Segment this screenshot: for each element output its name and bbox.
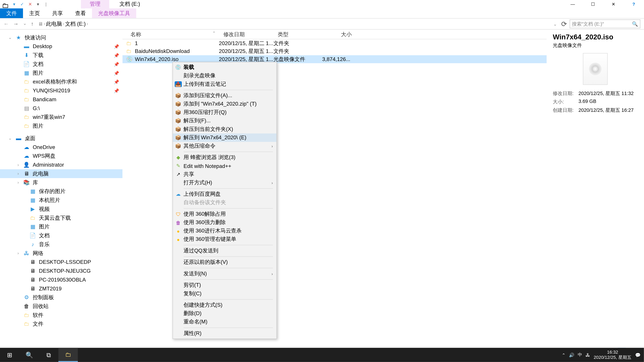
context-menu-item[interactable]: 📦解压到(F)... bbox=[173, 117, 276, 125]
up-button[interactable]: ↑ bbox=[31, 21, 34, 27]
tree-item[interactable]: 🗀文件 bbox=[0, 320, 122, 329]
context-menu-item[interactable]: 📦添加到压缩文件(A)... bbox=[173, 91, 276, 100]
notifications-icon[interactable]: 💬 bbox=[635, 353, 640, 357]
refresh-button[interactable]: ⟳ bbox=[561, 19, 567, 28]
breadcrumb[interactable]: 🖥› 此电脑› 文档 (E:)› ⌄ bbox=[36, 20, 558, 28]
context-menu-item[interactable]: 🗑使用 360强力删除 bbox=[173, 218, 276, 227]
qa-check-icon[interactable]: ✓ bbox=[20, 2, 25, 7]
tree-item[interactable]: 🗀YUNQISHI2019📌 bbox=[0, 86, 122, 95]
context-menu-item[interactable]: 🛡使用 360解除占用 bbox=[173, 210, 276, 218]
tree-item[interactable]: ♪音乐 bbox=[0, 240, 122, 249]
qa-x-icon[interactable]: ✕ bbox=[27, 2, 33, 7]
context-menu-item[interactable]: 📦解压到当前文件夹(X) bbox=[173, 125, 276, 133]
header-size[interactable]: 大小 bbox=[320, 30, 356, 39]
tree-item[interactable]: ▤G:\ bbox=[0, 104, 122, 113]
taskbar-button[interactable]: ⧉ bbox=[39, 348, 58, 362]
context-menu-item[interactable]: 通过QQ发送到 bbox=[173, 247, 276, 255]
context-menu-item[interactable]: 📦用360压缩打开(Q) bbox=[173, 108, 276, 117]
tree-item[interactable]: 📄文档 bbox=[0, 231, 122, 240]
header-type[interactable]: 类型 bbox=[274, 30, 320, 39]
tree-item[interactable]: 🖥DESKTOP-NJEU3CG bbox=[0, 267, 122, 275]
help-button[interactable]: ? bbox=[624, 0, 644, 8]
minimize-button[interactable]: — bbox=[562, 0, 583, 8]
tree-item[interactable]: ›👤Administrator bbox=[0, 160, 122, 169]
context-menu-item[interactable]: 打开方式(H)› bbox=[173, 178, 276, 187]
tree-item[interactable]: ⬇下载📌 bbox=[0, 51, 122, 60]
tree-item[interactable]: 🗀Bandicam bbox=[0, 95, 122, 104]
tree-item[interactable]: ›🖥此电脑 bbox=[0, 169, 122, 178]
tree-item[interactable]: 🗀图片 bbox=[0, 121, 122, 130]
qa-more-icon[interactable]: ▾ bbox=[36, 2, 41, 7]
context-menu-item[interactable]: 复制(C) bbox=[173, 290, 276, 298]
context-menu-item[interactable]: 发送到(N)› bbox=[173, 270, 276, 278]
header-modified[interactable]: 修改日期 bbox=[220, 30, 274, 39]
menu-item-icon: ✎ bbox=[175, 163, 182, 169]
maximize-button[interactable]: ☐ bbox=[583, 0, 603, 8]
taskbar-button[interactable]: 🔍 bbox=[20, 348, 39, 362]
context-menu-item[interactable]: ●使用 360进行木马云查杀 bbox=[173, 227, 276, 235]
taskbar-button[interactable]: ⊞ bbox=[0, 348, 20, 362]
context-menu-item[interactable]: 属性(R) bbox=[173, 329, 276, 338]
context-menu-item[interactable]: ☁上传到百度网盘 bbox=[173, 190, 276, 198]
context-menu-item[interactable]: 还原以前的版本(V) bbox=[173, 258, 276, 267]
tree-label: 图片 bbox=[39, 223, 50, 230]
tree-item[interactable]: ⌄★快速访问 bbox=[0, 33, 122, 42]
tree-item[interactable]: 🗑回收站 bbox=[0, 302, 122, 311]
ribbon-tab-1[interactable]: 主页 bbox=[23, 8, 46, 18]
context-menu-item[interactable]: 重命名(M) bbox=[173, 318, 276, 326]
context-menu-item[interactable]: ↗共享 bbox=[173, 170, 276, 178]
context-menu-item[interactable]: 📦解压到 Win7x64_2020\ (E) bbox=[173, 133, 276, 142]
tree-item[interactable]: ☁OneDrive bbox=[0, 143, 122, 152]
forward-button[interactable]: → bbox=[13, 21, 18, 27]
tree-item[interactable]: 🗀win7重装win7 bbox=[0, 113, 122, 121]
context-menu-item[interactable]: 📤上传到有道云笔记 bbox=[173, 80, 276, 88]
context-menu-item[interactable]: ●使用 360管理右键菜单 bbox=[173, 235, 276, 244]
file-row[interactable]: 🗀12020/12/15, 星期二 1...文件夹 bbox=[122, 39, 546, 47]
search-input[interactable]: 搜索"文档 (E:)" 🔍 bbox=[570, 19, 640, 28]
tree-item[interactable]: 🖥PC-20190530OBLA bbox=[0, 275, 122, 284]
tree-item[interactable]: 🖥DESKTOP-LSSOEDP bbox=[0, 258, 122, 267]
context-menu-item[interactable]: 删除(D) bbox=[173, 309, 276, 318]
volume-icon[interactable]: 🔊 bbox=[569, 353, 574, 357]
file-row[interactable]: 🗀BaiduNetdiskDownload2020/12/25, 星期五 1..… bbox=[122, 47, 546, 55]
taskbar-button[interactable]: 🗀 bbox=[58, 348, 78, 362]
tray-chevron-icon[interactable]: ⌃ bbox=[562, 353, 565, 357]
context-menu-item[interactable]: 创建快捷方式(S) bbox=[173, 301, 276, 309]
tree-item[interactable]: ⚙控制面板 bbox=[0, 293, 122, 302]
tree-item[interactable]: ›🖧网络 bbox=[0, 249, 122, 258]
context-menu-item[interactable]: 📦添加到 "Win7x64_2020.zip" (T) bbox=[173, 100, 276, 108]
header-name[interactable]: 名称 ⌃ bbox=[122, 30, 220, 39]
tree-item[interactable]: 📄文档📌 bbox=[0, 60, 122, 68]
tree-item[interactable]: ›📚库 bbox=[0, 178, 122, 187]
close-button[interactable]: ✕ bbox=[603, 0, 624, 8]
tree-item[interactable]: ⌄▬桌面 bbox=[0, 134, 122, 143]
ribbon-tab-2[interactable]: 共享 bbox=[46, 8, 69, 18]
ribbon-tab-0[interactable]: 文件 bbox=[0, 8, 23, 18]
tree-item[interactable]: 🗀excel表格制作求和📌 bbox=[0, 77, 122, 86]
context-menu-item[interactable]: 📦其他压缩命令› bbox=[173, 142, 276, 150]
context-menu-item[interactable]: 刻录光盘映像 bbox=[173, 71, 276, 80]
tree-item[interactable]: ▬Desktop📌 bbox=[0, 42, 122, 51]
context-menu-item[interactable]: 💿装载 bbox=[173, 63, 276, 71]
tree-item[interactable]: 🗀天翼云盘下载 bbox=[0, 214, 122, 222]
tree-item[interactable]: 🗀软件 bbox=[0, 311, 122, 320]
ime-icon[interactable]: 中 bbox=[578, 352, 582, 358]
tree-item[interactable]: 🖥ZMT2019 bbox=[0, 284, 122, 293]
column-headers[interactable]: 名称 ⌃ 修改日期 类型 大小 bbox=[122, 30, 546, 39]
search-icon: 🔍 bbox=[632, 21, 638, 27]
qa-dropdown-icon[interactable]: ▾ bbox=[12, 2, 17, 7]
tree-item[interactable]: ▦图片📌 bbox=[0, 68, 122, 77]
ribbon-tab-4[interactable]: 光盘映像工具 bbox=[92, 8, 136, 18]
context-menu-item[interactable]: 剪切(T) bbox=[173, 281, 276, 290]
clock[interactable]: 16:32 2020/12/25, 星期五 bbox=[594, 350, 632, 360]
back-button[interactable]: ← bbox=[4, 21, 9, 27]
context-menu-item[interactable]: ✎Edit with Notepad++ bbox=[173, 162, 276, 170]
tree-item[interactable]: ▦图片 bbox=[0, 222, 122, 231]
context-menu-item[interactable]: ◆用 蜂蜜浏览器 浏览(3) bbox=[173, 153, 276, 162]
tree-item[interactable]: ☁WPS网盘 bbox=[0, 151, 122, 160]
tree-item[interactable]: ▶视频 bbox=[0, 205, 122, 214]
ribbon-tab-3[interactable]: 查看 bbox=[69, 8, 92, 18]
tree-item[interactable]: ▦保存的图片 bbox=[0, 187, 122, 196]
network-icon[interactable]: 🖧 bbox=[586, 353, 590, 357]
tree-item[interactable]: ▦本机照片 bbox=[0, 196, 122, 205]
